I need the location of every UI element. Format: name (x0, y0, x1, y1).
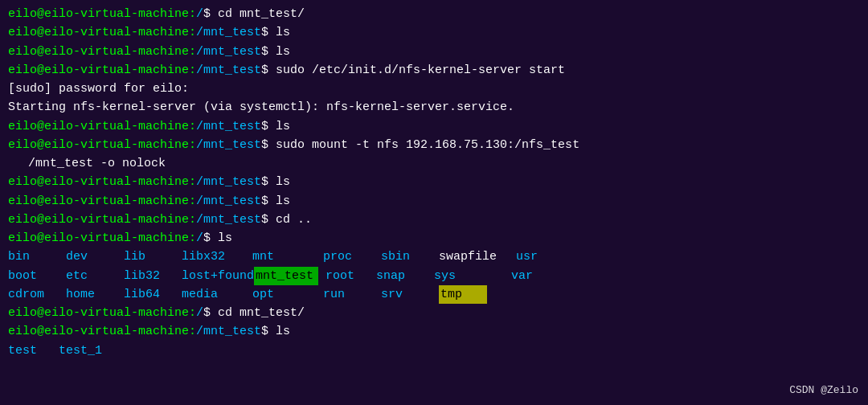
prompt-path: /mnt_test (196, 173, 261, 191)
output-text: [sudo] password for eilo: (8, 80, 189, 98)
command: $ ls (261, 322, 290, 341)
ls-item: media (182, 285, 252, 304)
ls-item: lib (124, 248, 182, 266)
command: $ ls (261, 43, 290, 61)
prompt-user: eilo@eilo-virtual-machine: (8, 43, 196, 61)
prompt-path: / (196, 5, 203, 23)
command: $ ls (261, 173, 290, 191)
ls-output-row3: cdrom home lib64 media opt run srv tmp (8, 285, 860, 304)
ls-item-highlighted: mnt_test (254, 267, 318, 285)
prompt-path: /mnt_test (196, 322, 261, 341)
command: $ ls (261, 23, 290, 42)
ls-item: lost+found (182, 267, 254, 285)
ls-item: mnt (252, 248, 323, 266)
terminal-line: eilo@eilo-virtual-machine:/mnt_test$ sud… (8, 61, 860, 80)
ls-item: test test_1 (8, 342, 102, 360)
prompt-path: /mnt_test (196, 136, 261, 154)
prompt-user: eilo@eilo-virtual-machine: (8, 211, 196, 229)
terminal-line: eilo@eilo-virtual-machine:/mnt_test$ ls (8, 173, 860, 191)
terminal-line: [sudo] password for eilo: (8, 80, 860, 98)
prompt-path: /mnt_test (196, 43, 261, 61)
ls-item-sys: sys (434, 267, 511, 285)
terminal-line-last: test test_1 (8, 342, 860, 360)
ls-item: lib32 (124, 267, 182, 285)
prompt-path: / (196, 304, 203, 322)
ls-item: libx32 (182, 248, 252, 266)
terminal-line: eilo@eilo-virtual-machine:/$ cd mnt_test… (8, 304, 860, 322)
command: $ cd mnt_test/ (203, 304, 305, 322)
ls-item: root (318, 267, 376, 285)
prompt-user: eilo@eilo-virtual-machine: (8, 61, 196, 80)
terminal-line: eilo@eilo-virtual-machine:/mnt_test$ ls (8, 117, 860, 136)
ls-item: opt (252, 285, 323, 304)
prompt-path: /mnt_test (196, 117, 261, 136)
terminal: eilo@eilo-virtual-machine:/$ cd mnt_test… (0, 0, 868, 405)
command: $ sudo /etc/init.d/nfs-kernel-server sta… (261, 61, 565, 80)
ls-output-row1: bin dev lib libx32 mnt proc sbin swapfil… (8, 248, 860, 266)
ls-item: srv (381, 285, 439, 304)
output-text: /mnt_test -o nolock (8, 154, 166, 173)
ls-output-row2: boot etc lib32 lost+found mnt_test root … (8, 267, 860, 285)
terminal-line: eilo@eilo-virtual-machine:/mnt_test$ ls (8, 322, 860, 341)
ls-item: home (66, 285, 124, 304)
command: $ cd .. (261, 211, 312, 229)
watermark: CSDN @Zeilo (789, 382, 858, 399)
command: $ sudo mount -t nfs 192.168.75.130:/nfs_… (261, 136, 579, 154)
ls-item: dev (66, 248, 124, 266)
prompt-user: eilo@eilo-virtual-machine: (8, 5, 196, 23)
command: $ ls (261, 192, 290, 211)
ls-item: usr (516, 248, 564, 266)
command: $ cd mnt_test/ (203, 5, 305, 23)
ls-item: swapfile (439, 248, 516, 266)
prompt-path: /mnt_test (196, 23, 261, 42)
prompt-path: / (196, 229, 203, 248)
terminal-line: eilo@eilo-virtual-machine:/mnt_test$ cd … (8, 211, 860, 229)
ls-item-tmp: tmp (439, 285, 487, 304)
prompt-user: eilo@eilo-virtual-machine: (8, 117, 196, 136)
ls-item: var (511, 267, 559, 285)
output-text: Starting nfs-kernel-server (via systemct… (8, 98, 514, 117)
ls-item: run (323, 285, 381, 304)
prompt-user: eilo@eilo-virtual-machine: (8, 136, 196, 154)
terminal-line: eilo@eilo-virtual-machine:/$ cd mnt_test… (8, 5, 860, 23)
terminal-line: /mnt_test -o nolock (8, 154, 860, 173)
terminal-line: eilo@eilo-virtual-machine:/mnt_test$ sud… (8, 136, 860, 154)
command: $ ls (261, 117, 290, 136)
ls-item: boot (8, 267, 66, 285)
ls-item: etc (66, 267, 124, 285)
ls-item: lib64 (124, 285, 182, 304)
terminal-line: Starting nfs-kernel-server (via systemct… (8, 98, 860, 117)
ls-item: bin (8, 248, 66, 266)
prompt-user: eilo@eilo-virtual-machine: (8, 322, 196, 341)
prompt-path: /mnt_test (196, 192, 261, 211)
ls-item: cdrom (8, 285, 66, 304)
terminal-line: eilo@eilo-virtual-machine:/mnt_test$ ls (8, 23, 860, 42)
prompt-user: eilo@eilo-virtual-machine: (8, 173, 196, 191)
prompt-user: eilo@eilo-virtual-machine: (8, 23, 196, 42)
terminal-line: eilo@eilo-virtual-machine:/mnt_test$ ls (8, 192, 860, 211)
ls-item: snap (376, 267, 434, 285)
prompt-user: eilo@eilo-virtual-machine: (8, 192, 196, 211)
prompt-user: eilo@eilo-virtual-machine: (8, 229, 196, 248)
prompt-path: /mnt_test (196, 211, 261, 229)
terminal-line: eilo@eilo-virtual-machine:/$ ls (8, 229, 860, 248)
terminal-line: eilo@eilo-virtual-machine:/mnt_test$ ls (8, 43, 860, 61)
ls-item: sbin (381, 248, 439, 266)
prompt-path: /mnt_test (196, 61, 261, 80)
command: $ ls (203, 229, 232, 248)
prompt-user: eilo@eilo-virtual-machine: (8, 304, 196, 322)
ls-item: proc (323, 248, 381, 266)
